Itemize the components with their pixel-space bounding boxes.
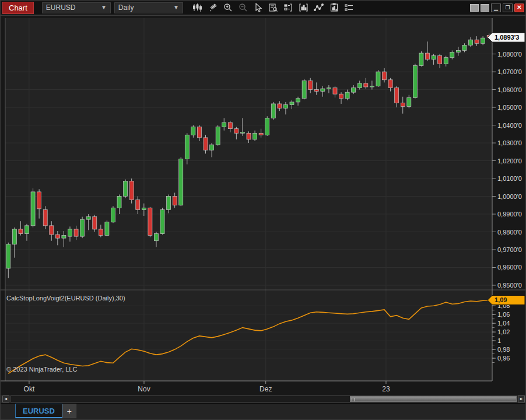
svg-text:1,0700'0: 1,0700'0 [497,68,522,75]
clipboard-chart-icon [329,3,339,12]
zoom-in-button[interactable] [220,1,236,14]
svg-text:1,0300'0: 1,0300'0 [497,139,522,146]
toolbar-icons [190,1,357,14]
scrollbar-track[interactable] [10,396,517,402]
thumb-grip [352,398,355,401]
arrow-cursor-icon [254,3,262,12]
svg-text:0,9900'0: 0,9900'0 [497,211,522,218]
panel-bracket-icon [283,3,293,12]
close-icon: ✕ [517,5,521,10]
window-button-b[interactable] [481,4,489,12]
scroll-right-button[interactable]: ► [518,396,525,402]
svg-text:0,96: 0,96 [497,355,510,362]
chevron-down-icon: ▼ [173,5,179,10]
tab-eurusd[interactable]: EURUSD [15,404,62,418]
document-magnifier-icon [268,3,278,12]
data-box-button[interactable] [266,1,281,14]
magnifier-minus-icon [239,3,248,12]
magnifier-plus-icon [223,3,233,12]
svg-text:Nov: Nov [138,385,150,393]
scroll-left-button[interactable]: ◄ [2,396,9,402]
chart-trader-button[interactable] [281,1,296,14]
svg-text:0,9500'0: 0,9500'0 [497,282,522,289]
svg-text:1,0200'0: 1,0200'0 [497,158,522,164]
scrollbar-thumb[interactable] [350,396,517,402]
svg-text:1,0800'0: 1,0800'0 [497,51,522,58]
toolbar: Chart EURUSD ▼ Daily ▼ [1,1,526,15]
cursor-button[interactable] [251,1,266,14]
svg-text:0,9700'0: 0,9700'0 [497,246,522,253]
svg-text:1,0600'0: 1,0600'0 [497,86,522,93]
window-button-a[interactable] [470,4,479,12]
instrument-value: EURUSD [46,4,101,12]
add-tab-button[interactable]: + [62,404,76,418]
arrow-left-icon: ◄ [4,397,8,401]
maximize-button[interactable]: ❐ [503,4,513,12]
chevron-down-icon: ▼ [101,5,107,10]
arrow-right-icon: ► [520,397,524,401]
svg-text:0,98: 0,98 [497,346,510,353]
strategies-button[interactable] [327,1,342,14]
chart-window-tab[interactable]: Chart [2,2,34,14]
minimize-button[interactable]: ▁ [491,4,501,12]
close-button[interactable]: ✕ [514,4,524,12]
drawing-tools-button[interactable] [205,1,220,14]
chart-canvas[interactable]: 1,0800'01,0700'01,0600'01,0500'01,0400'0… [1,15,526,395]
svg-text:Okt: Okt [24,385,35,393]
chart-window: Chart EURUSD ▼ Daily ▼ [0,0,526,420]
svg-text:1,04: 1,04 [497,320,510,327]
interval-dropdown[interactable]: Daily ▼ [114,2,183,13]
maximize-icon: ❐ [505,5,510,10]
instrument-dropdown[interactable]: EURUSD ▼ [42,2,111,13]
zigzag-line-icon [314,3,324,12]
horizontal-scrollbar: ◄ ► [1,395,526,403]
pencil-icon [208,3,218,12]
svg-text:1: 1 [497,337,501,344]
svg-text:Dez: Dez [260,385,272,393]
properties-button[interactable] [342,1,357,14]
svg-text:1,0100'0: 1,0100'0 [497,175,522,182]
candlestick-icon [192,3,202,12]
bracket-bars-icon [299,3,308,12]
svg-text:1,09: 1,09 [495,296,507,303]
svg-text:1,0893'3: 1,0893'3 [495,34,519,41]
svg-text:0,9600'0: 0,9600'0 [497,264,522,271]
minimize-icon: ▁ [494,5,498,10]
window-controls: ▁ ❐ ✕ [470,4,526,12]
svg-text:1,0500'0: 1,0500'0 [497,104,522,111]
svg-text:23: 23 [382,385,390,393]
tab-bar: EURUSD + [1,403,526,420]
list-icon [344,3,354,12]
svg-text:1,0000'0: 1,0000'0 [497,193,522,200]
indicators-button[interactable] [296,1,311,14]
svg-text:0,9800'0: 0,9800'0 [497,229,522,236]
chart-region: 1,0800'01,0700'01,0600'01,0500'01,0400'0… [1,15,526,395]
svg-text:1,06: 1,06 [497,311,510,318]
svg-text:1,0400'0: 1,0400'0 [497,122,522,129]
interval-value: Daily [118,4,173,12]
zigzag-line-button[interactable] [311,1,327,14]
zoom-out-button[interactable] [236,1,251,14]
svg-text:1,02: 1,02 [497,328,510,335]
chart-style-button[interactable] [190,1,205,14]
